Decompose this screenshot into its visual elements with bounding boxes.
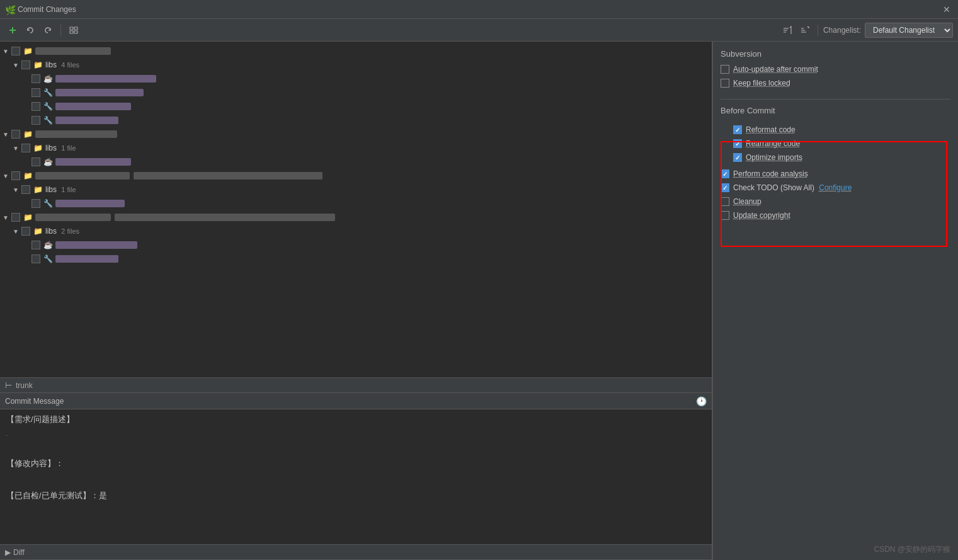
tree-checkbox[interactable] [31, 74, 40, 83]
optimize-imports-row: Optimize imports [733, 153, 950, 162]
rearrange-code-label[interactable]: Rearrange code [746, 139, 800, 148]
changelist-select[interactable]: Default Changelist [865, 23, 953, 38]
commit-message-title: Commit Message [5, 397, 64, 406]
configure-anchor[interactable]: Configure [819, 183, 852, 192]
group-button[interactable] [66, 23, 81, 38]
blurred-extra [115, 214, 335, 221]
update-copyright-checkbox[interactable] [721, 211, 729, 220]
tree-checkbox[interactable] [21, 60, 30, 69]
watermark: CSDN @安静的码字猴 [874, 544, 950, 555]
optimize-imports-checkbox[interactable] [733, 153, 742, 162]
keep-locked-row: Keep files locked [721, 79, 950, 88]
blurred-label [35, 130, 117, 138]
diff-bar[interactable]: ▶ Diff [0, 545, 712, 560]
reformat-code-label[interactable]: Reformat code [746, 125, 795, 134]
tree-item[interactable]: ☕ [0, 72, 712, 86]
tree-checkbox[interactable] [31, 116, 40, 125]
auto-update-checkbox[interactable] [721, 65, 729, 74]
tree-checkbox[interactable] [11, 171, 20, 180]
file-icon: ☕ [43, 74, 53, 84]
tree-item[interactable]: ▼ 📁 [0, 169, 712, 183]
blurred-label [55, 200, 125, 207]
commit-message-body[interactable]: 【需求/问题描述】 【修改内容】： 【已自检/已单元测试】：是 [0, 409, 712, 545]
tree-arrow: ▼ [13, 228, 21, 235]
tree-item[interactable]: ▼ 📁 [0, 44, 712, 58]
tree-item[interactable]: ▼ 📁 libs 1 file [0, 141, 712, 155]
bottom-area: ⊢ trunk Commit Message 🕐 【需求/问题描述】 【修改内容… [0, 377, 712, 560]
file-icon: 🔧 [43, 101, 53, 111]
changelist-area: Changelist: Default Changelist [823, 23, 953, 38]
tree-item[interactable]: ☕ [0, 155, 712, 169]
rearrange-code-checkbox[interactable] [733, 139, 742, 148]
section-divider [721, 99, 950, 100]
folder-icon: 📁 [33, 226, 43, 236]
keep-locked-checkbox[interactable] [721, 79, 729, 88]
tree-item[interactable]: 🔧 [0, 113, 712, 127]
tree-checkbox[interactable] [31, 157, 40, 166]
auto-update-label[interactable]: Auto-update after commit [733, 65, 818, 74]
toolbar-separator2 [818, 25, 818, 36]
tree-checkbox[interactable] [21, 227, 30, 236]
tree-arrow: ▼ [13, 62, 21, 69]
diff-label: Diff [13, 548, 25, 557]
optimize-imports-label[interactable]: Optimize imports [746, 153, 802, 162]
tree-label: libs 2 files [45, 227, 79, 236]
reformat-code-checkbox[interactable] [733, 125, 742, 134]
blurred-label [55, 241, 137, 249]
blurred-label [55, 117, 118, 124]
tree-checkbox[interactable] [31, 199, 40, 208]
undo-button[interactable] [23, 23, 38, 38]
tree-checkbox[interactable] [11, 213, 20, 222]
tree-item[interactable]: ▼ 📁 libs 1 file [0, 183, 712, 197]
clock-icon[interactable]: 🕐 [696, 396, 707, 406]
file-icon: 🔧 [43, 254, 53, 264]
configure-link[interactable]: Configure [819, 183, 852, 192]
close-button[interactable]: ✕ [940, 3, 953, 16]
perform-code-analysis-label[interactable]: Perform code analysis [733, 169, 808, 178]
tree-item[interactable]: ▼ 📁 libs 2 files [0, 224, 712, 238]
add-button[interactable] [5, 23, 20, 38]
check-todo-label[interactable]: Check TODO (Show All) Configure [733, 183, 852, 192]
tree-checkbox[interactable] [31, 241, 40, 249]
tree-checkbox[interactable] [31, 254, 40, 263]
tree-item[interactable]: ▼ 📁 [0, 210, 712, 224]
tree-checkbox[interactable] [31, 102, 40, 111]
folder-icon: 📁 [33, 185, 43, 195]
file-icon: 🔧 [43, 198, 53, 209]
tree-checkbox[interactable] [11, 130, 20, 139]
tree-item[interactable]: ▼ 📁 libs 4 files [0, 58, 712, 72]
blurred-label [35, 172, 130, 180]
perform-code-analysis-checkbox[interactable] [721, 169, 729, 178]
rearrange-code-row: Rearrange code [733, 139, 950, 148]
file-tree[interactable]: ▼ 📁 ▼ 📁 libs 4 files ☕ [0, 42, 712, 377]
tree-checkbox[interactable] [21, 185, 30, 194]
redo-button[interactable] [40, 23, 55, 38]
blurred-label [35, 214, 111, 221]
update-copyright-label[interactable]: Update copyright [733, 211, 790, 220]
tree-item[interactable]: ▼ 📁 [0, 127, 712, 141]
tree-checkbox[interactable] [11, 47, 20, 55]
tree-label: libs 4 files [45, 60, 79, 69]
changelist-label: Changelist: [823, 26, 861, 35]
keep-locked-label[interactable]: Keep files locked [733, 79, 790, 88]
tree-item[interactable]: 🔧 [0, 252, 712, 266]
svg-rect-3 [74, 27, 77, 30]
trunk-bar: ⊢ trunk [0, 378, 712, 393]
tree-checkbox[interactable] [21, 144, 30, 152]
tree-item[interactable]: ☕ [0, 238, 712, 252]
file-icon: 🔧 [43, 88, 53, 98]
check-todo-checkbox[interactable] [721, 183, 729, 192]
sort-asc-button[interactable] [780, 23, 795, 38]
cleanup-label[interactable]: Cleanup [733, 197, 761, 206]
sort-desc-button[interactable] [797, 23, 813, 38]
tree-arrow: ▼ [3, 173, 11, 180]
tree-arrow: ▼ [3, 131, 11, 138]
app-icon: 🌿 [5, 5, 14, 14]
tree-arrow: ▼ [3, 214, 11, 221]
cleanup-checkbox[interactable] [721, 197, 729, 206]
tree-item[interactable]: 🔧 [0, 100, 712, 113]
before-commit-title: Before Commit [721, 106, 950, 115]
tree-checkbox[interactable] [31, 88, 40, 97]
tree-item[interactable]: 🔧 [0, 197, 712, 210]
tree-item[interactable]: 🔧 [0, 86, 712, 100]
